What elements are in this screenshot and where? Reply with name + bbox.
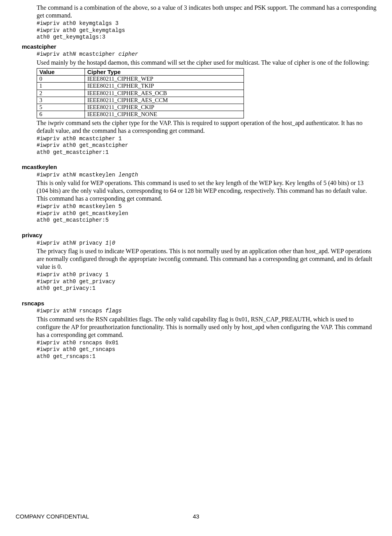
table-cell: IEEE80211_CIPHER_WEP — [85, 76, 244, 83]
cmd-arg: length — [118, 172, 138, 178]
cmd-prefix: #iwpriv ath — [37, 172, 72, 178]
table-cell: IEEE80211_CIPHER_CKIP — [85, 104, 244, 111]
heading-mcastkeylen: mcastkeylen — [22, 164, 376, 171]
spacer — [16, 157, 376, 161]
table-cell: 6 — [37, 111, 85, 118]
mcastkeylen-syntax: #iwpriv athN mcastkeylen length — [37, 172, 376, 179]
intro-code: #iwpriv ath0 keymgtalgs 3 #iwpriv ath0 g… — [37, 20, 376, 41]
spacer — [16, 293, 376, 298]
table-cell: IEEE80211_CIPHER_TKIP — [85, 83, 244, 90]
table-header-value: Value — [37, 68, 85, 75]
intro-paragraph: The command is a combination of the abov… — [37, 4, 376, 19]
table-row: 3 IEEE80211_CIPHER_AES_CCM — [37, 97, 244, 104]
footer-page-number: 43 — [16, 513, 376, 520]
cmd-n: N — [72, 240, 76, 246]
page-content: The command is a combination of the abov… — [0, 0, 392, 360]
cmd-prefix: #iwpriv ath — [37, 51, 72, 57]
cmd-prefix: #iwpriv ath — [37, 308, 72, 314]
cmd-arg: cipher — [118, 51, 138, 57]
cmd-n: N — [72, 51, 76, 57]
mcastcipher-desc: Used mainly by the hostapd daemon, this … — [37, 59, 376, 67]
table-cell: 1 — [37, 83, 85, 90]
table-cell: IEEE80211_CIPHER_AES_CCM — [85, 97, 244, 104]
rsncaps-example: #iwpriv ath0 rsncaps 0x01 #iwpriv ath0 g… — [37, 340, 376, 360]
table-row: 1 IEEE80211_CIPHER_TKIP — [37, 83, 244, 90]
table-cell: 3 — [37, 97, 85, 104]
mcastkeylen-example: #iwpriv ath0 mcastkeylen 5 #iwpriv ath0 … — [37, 203, 376, 224]
cmd-mid: mcastkeylen — [76, 172, 118, 178]
cmd-mid: rsncaps — [76, 308, 106, 314]
mcastcipher-desc2: The iwpriv command sets the cipher type … — [37, 119, 376, 135]
table-cell: 5 — [37, 104, 85, 111]
privacy-desc: The privacy flag is used to indicate WEP… — [37, 247, 376, 271]
privacy-syntax: #iwpriv athN privacy 1|0 — [37, 240, 376, 247]
table-row: 5 IEEE80211_CIPHER_CKIP — [37, 104, 244, 111]
cmd-mid: mcastcipher — [76, 51, 118, 57]
privacy-example: #iwpriv ath0 privacy 1 #iwpriv ath0 get_… — [37, 272, 376, 292]
cmd-n: N — [72, 172, 76, 178]
table-cell: IEEE80211_CIPHER_AES_OCB — [85, 90, 244, 97]
mcastcipher-example: #iwpriv ath0 mcastcipher 1 #iwpriv ath0 … — [37, 136, 376, 156]
table-cell: 0 — [37, 76, 85, 83]
mcastcipher-syntax: #iwpriv athN mcastcipher cipher — [37, 51, 376, 58]
page-footer: COMPANY CONFIDENTIAL 43 — [16, 513, 376, 520]
rsncaps-desc: This command sets the RSN capabilities f… — [37, 316, 376, 339]
rsncaps-syntax: #iwpriv athN rsncaps flags — [37, 308, 376, 315]
heading-mcastcipher: mcastcipher — [22, 43, 376, 51]
cipher-table: Value Cipher Type 0 IEEE80211_CIPHER_WEP… — [37, 68, 244, 118]
spacer — [16, 225, 376, 229]
heading-privacy: privacy — [22, 232, 376, 239]
cmd-n: N — [72, 308, 76, 314]
table-cell: 2 — [37, 90, 85, 97]
cmd-mid: privacy — [76, 240, 106, 246]
table-cell: IEEE80211_CIPHER_NONE — [85, 111, 244, 118]
heading-rsncaps: rsncaps — [22, 300, 376, 307]
table-row: 2 IEEE80211_CIPHER_AES_OCB — [37, 90, 244, 97]
cmd-arg: flags — [105, 308, 122, 314]
mcastkeylen-desc: This is only valid for WEP operations. T… — [37, 179, 376, 203]
table-row: 6 IEEE80211_CIPHER_NONE — [37, 111, 244, 118]
cmd-arg: 1|0 — [105, 240, 115, 246]
table-header-ciphertype: Cipher Type — [85, 68, 244, 75]
table-row: 0 IEEE80211_CIPHER_WEP — [37, 76, 244, 83]
cmd-prefix: #iwpriv ath — [37, 240, 72, 246]
